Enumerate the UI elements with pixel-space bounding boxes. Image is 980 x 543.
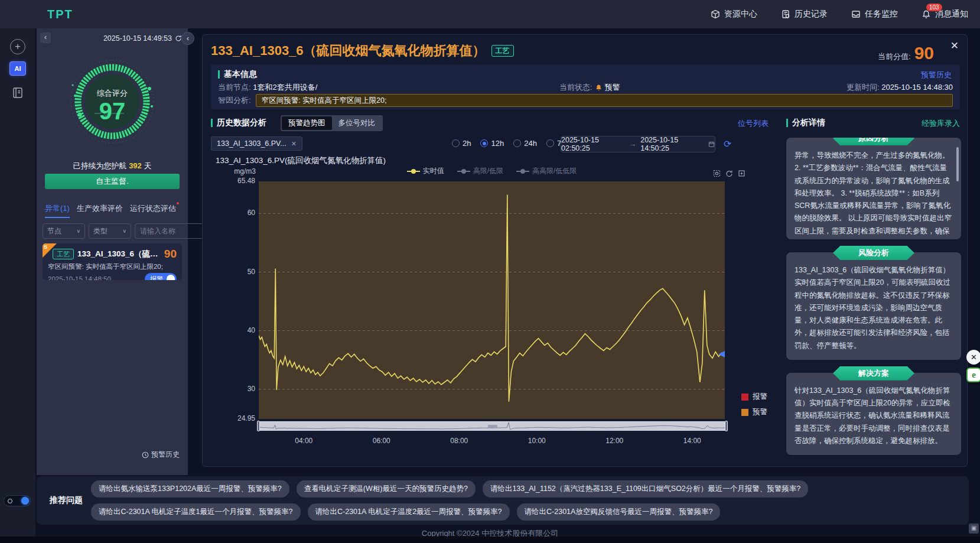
legend-realtime[interactable]: 实时值 <box>407 166 444 176</box>
overlay-close-button[interactable]: ✕ <box>966 350 980 365</box>
filter-row: 节点∨ 类型∨ <box>43 223 182 239</box>
zoom-select-icon[interactable] <box>713 170 721 177</box>
clock-icon <box>142 451 149 459</box>
card-ribbon: 风险分析 <box>833 246 914 260</box>
tab-multi-tag-compare[interactable]: 多位号对比 <box>332 116 382 130</box>
journal-icon[interactable] <box>11 86 24 102</box>
range-2h[interactable]: 2h <box>452 139 471 148</box>
radio-icon <box>546 139 554 147</box>
suggestions-label: 推荐问题 <box>50 495 83 506</box>
risk-analysis-card: 风险分析 133_AI_1303_6（硫回收烟气氮氧化物折算值）实时值若高于窄区… <box>786 252 961 360</box>
warn-legend-label: 预警 <box>753 407 767 417</box>
tab-abnormal[interactable]: 异常(1) <box>45 203 70 218</box>
restore-icon[interactable] <box>738 170 745 177</box>
remove-tag-icon[interactable]: ✕ <box>291 140 297 148</box>
experience-library-link[interactable]: 经验库录入 <box>922 118 960 129</box>
refresh-chart-icon[interactable]: ⟳ <box>724 138 731 149</box>
trend-chart-plot[interactable] <box>259 181 725 419</box>
type-select[interactable]: 类型∨ <box>89 223 131 239</box>
legend-high-low-limit[interactable]: 高限/低限 <box>457 166 503 176</box>
nav-resource-center[interactable]: 资源中心 <box>711 9 757 19</box>
node-select[interactable]: 节点∨ <box>43 223 85 239</box>
datazoom-right-handle[interactable] <box>725 421 728 431</box>
suggestion-chip[interactable]: 请给出C-2301A放空阀反馈信号最近一周报警、预警频率? <box>517 503 721 521</box>
ai-assistant-button[interactable]: AI <box>9 61 26 76</box>
add-button[interactable]: + <box>10 39 25 54</box>
detail-modal: ✕ 133_AI_1303_6（硫回收烟气氮氧化物折算值） 工艺 当前分值: 9… <box>202 34 968 467</box>
chart-toolbox <box>713 170 745 177</box>
nav-task-monitor[interactable]: 任务监控 <box>851 9 898 19</box>
tag-list-link[interactable]: 位号列表 <box>738 118 769 129</box>
overall-score-gauge: 综合评分 97 <box>62 50 162 158</box>
chevron-down-icon: ∨ <box>76 228 80 234</box>
calendar-icon <box>708 141 715 148</box>
tab-warning-trend[interactable]: 预警趋势图 <box>282 116 332 130</box>
gauge-label: 综合评分 <box>97 89 128 97</box>
alarm-bell-icon <box>595 84 603 92</box>
datazoom-left-handle[interactable] <box>257 421 260 431</box>
suggestion-chip[interactable]: 请给出氨水输送泵133P1202A最近一周报警、预警频率? <box>91 480 289 498</box>
panel-collapse-button[interactable]: ‹ <box>181 32 194 45</box>
nav-notifications[interactable]: 103 消息通知 <box>922 9 968 19</box>
suggestion-chips: 请给出氨水输送泵133P1202A最近一周报警、预警频率?查看电机定子测温(W相… <box>91 480 956 521</box>
date-end: 2025-10-15 14:50:25 <box>640 136 704 152</box>
y-axis-tick: 30 <box>211 385 255 393</box>
warning-history-link[interactable]: 预警历史 <box>921 70 952 80</box>
datazoom-grip[interactable] <box>488 425 497 428</box>
legend-marker <box>516 171 529 172</box>
assistant-toggle[interactable] <box>4 495 31 506</box>
radio-icon <box>480 139 488 147</box>
ai-analysis-label: 智因分析: <box>218 95 251 106</box>
history-icon <box>781 9 790 19</box>
suggestion-chip[interactable]: 请给出C-2301A 电机定子温度1最近一个月报警、预警频率? <box>91 503 301 521</box>
range-24h[interactable]: 24h <box>513 139 537 148</box>
gauge-score: 97 <box>99 98 126 124</box>
warn-color-swatch <box>741 409 748 416</box>
warning-history-link[interactable]: 预警历史 <box>142 450 180 460</box>
card-text: 133_AI_1303_6（硫回收烟气氮氧化物折算值）实时值若高于窄区间上限20… <box>795 264 953 352</box>
chevron-down-icon: ∨ <box>122 228 126 234</box>
history-analysis-section: 历史数据分析 预警趋势图 多位号对比 位号列表 133_AI_1303_6.PV… <box>211 118 773 459</box>
nav-label: 资源中心 <box>724 9 757 19</box>
tab-running-status[interactable]: 运行状态评估 <box>130 203 176 218</box>
datazoom-slider[interactable] <box>258 421 727 431</box>
suggestion-chip[interactable]: 请给出133_AI_1152（蒸汽过热器133_E_1109出口烟气SO2分析）… <box>483 480 808 498</box>
x-axis-tick: 10:00 <box>528 437 546 445</box>
legend-marker <box>457 171 470 172</box>
bottom-strip <box>0 537 980 543</box>
range-12h[interactable]: 12h <box>480 139 504 148</box>
date-range-picker[interactable]: 2025-10-15 02:50:25 → 2025-10-15 14:50:2… <box>561 136 715 152</box>
current-score: 当前分值: 90 <box>878 43 934 63</box>
score-value: 90 <box>914 43 934 63</box>
info-row: 当前节点: 1套和2套共用设备/ 当前状态: 预警 更新时间: 2025-10-… <box>218 82 953 93</box>
toggle-left-dot <box>8 499 12 503</box>
card-text: 异常，导致燃烧不完全，产生过多的氮氧化物。 2. **工艺参数波动**：混合气流… <box>795 149 953 239</box>
card-ribbon: 原因分析 <box>833 138 914 145</box>
section-accent-bar <box>218 70 220 79</box>
y-axis-tick: 24.95 <box>211 414 255 422</box>
collapse-button[interactable]: ‹ <box>40 32 51 43</box>
suggestion-chip[interactable]: 查看电机定子测温(W相)最近一天的预警历史趋势? <box>297 480 476 498</box>
score-label: 当前分值: <box>878 51 911 62</box>
undo-zoom-icon[interactable] <box>725 170 733 177</box>
close-icon[interactable]: ✕ <box>950 40 959 52</box>
tag-chip[interactable]: 133_AI_1303_6.PV...✕ <box>211 136 302 151</box>
status-value: 预警 <box>605 82 620 93</box>
card-scrollbar[interactable] <box>956 147 959 181</box>
alarm-toggle[interactable]: 报警 <box>145 273 177 280</box>
overlay-extension-icon[interactable]: e <box>966 368 980 382</box>
card-text: 针对133_AI_1303_6（硫回收烟气氮氧化物折算值）实时值高于窄区间上限2… <box>795 385 953 447</box>
toggle-knob <box>167 275 175 280</box>
alert-list-item[interactable]: S 工艺 133_AI_1303_6（硫回收... 90 窄区间预警: 实时值高… <box>43 243 182 280</box>
nav-history-record[interactable]: 历史记录 <box>781 9 828 19</box>
red-dot-indicator <box>177 202 179 204</box>
node-value: 1套和2套共用设备/ <box>253 83 317 92</box>
suggestion-chip[interactable]: 请给出C-2301A 电机定子温度2最近一周报警、预警频率? <box>308 503 510 521</box>
radio-icon <box>513 139 521 147</box>
time-range-radios: 2h 12h 24h 72h <box>452 139 570 148</box>
panel-timestamp: 2025-10-15 14:49:53 <box>103 34 182 43</box>
legend-highhigh-lowlow-limit[interactable]: 高高限/低低限 <box>516 166 577 176</box>
assistant-widget-icon[interactable]: ▣ <box>969 524 979 534</box>
tab-efficiency[interactable]: 生产效率评价 <box>77 203 123 218</box>
self-supervise-button[interactable]: 自主监督. <box>45 174 180 189</box>
